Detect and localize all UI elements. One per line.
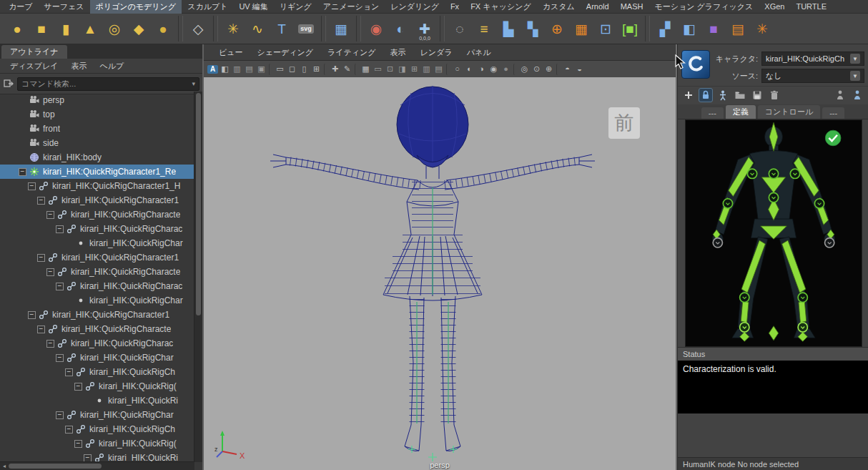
chevron-down-icon[interactable]: ▾ bbox=[192, 80, 195, 87]
viewport-tool-icon[interactable] bbox=[556, 64, 560, 75]
viewport-menu-item[interactable]: 表示 bbox=[384, 46, 413, 59]
menu-item[interactable]: カスタム bbox=[537, 0, 581, 14]
outliner-item[interactable]: − kirari_HIK:QuickRigCharacte bbox=[0, 265, 194, 279]
zero-origin-icon[interactable]: ✚ 0,0,0 bbox=[413, 16, 436, 41]
expand-toggle-icon[interactable]: − bbox=[19, 168, 26, 176]
gate-mask-icon[interactable]: ◨ bbox=[396, 63, 408, 76]
expand-toggle-icon[interactable]: − bbox=[28, 311, 36, 319]
expand-toggle-icon[interactable]: − bbox=[28, 182, 36, 190]
expand-toggle-icon[interactable]: − bbox=[19, 139, 26, 147]
delete-character-icon[interactable] bbox=[768, 89, 781, 102]
expand-toggle-icon[interactable]: − bbox=[74, 383, 82, 391]
shadow-icon[interactable]: ● bbox=[500, 63, 512, 76]
viewport-tool-icon[interactable] bbox=[446, 64, 450, 75]
outliner-item[interactable]: − kirari_HIK:QuickRigCharac bbox=[0, 222, 194, 236]
joint-button-foot-right[interactable] bbox=[798, 323, 807, 332]
outliner-item[interactable]: − kirari_HIK:QuickRigCh bbox=[0, 365, 194, 379]
outliner-item[interactable]: − kirari_HIK:QuickRi bbox=[0, 451, 194, 462]
outliner-item[interactable]: − kirari_HIK:QuickRigCharacte bbox=[0, 207, 194, 222]
outliner-item[interactable]: − kirari_HIK:QuickRigChar bbox=[0, 351, 194, 365]
definition-body-map[interactable] bbox=[685, 119, 862, 347]
safe-action-icon[interactable]: ▥ bbox=[420, 63, 433, 76]
mirror-icon[interactable]: ◧ bbox=[678, 16, 701, 41]
platonic-solid-icon[interactable]: ◇ bbox=[187, 16, 209, 41]
bracket-frame-icon[interactable]: [■] bbox=[618, 16, 641, 41]
outliner-item[interactable]: − kirari_HIK:body bbox=[0, 150, 194, 165]
bookmark-icon[interactable]: ▯ bbox=[298, 63, 310, 76]
boolean-icon[interactable]: ⊕ bbox=[546, 16, 568, 41]
joint-button-chest[interactable] bbox=[769, 169, 778, 178]
expand-toggle-icon[interactable]: − bbox=[19, 97, 26, 104]
expand-toggle-icon[interactable]: − bbox=[84, 397, 92, 405]
joint-button-elbow-right[interactable] bbox=[814, 199, 824, 208]
joint-button-knee-left[interactable] bbox=[740, 293, 749, 302]
menu-item[interactable]: カーブ bbox=[3, 0, 39, 14]
scrollbar-thumb[interactable] bbox=[196, 93, 201, 315]
menu-item[interactable]: レンダリング bbox=[385, 0, 445, 14]
outliner-item[interactable]: − kirari_HIK:QuickRigCharacter1 bbox=[0, 250, 194, 265]
expand-toggle-icon[interactable]: − bbox=[19, 125, 26, 133]
expand-toggle-icon[interactable]: − bbox=[56, 225, 64, 233]
menu-item[interactable]: MASH bbox=[615, 1, 649, 12]
menu-item[interactable]: スカルプト bbox=[182, 0, 233, 14]
character-dropdown[interactable]: kirari_HIK:QuickRigCh ▼ bbox=[761, 52, 864, 66]
menu-item[interactable]: Fx bbox=[445, 1, 465, 12]
shelf-icon[interactable] bbox=[321, 16, 326, 41]
expand-toggle-icon[interactable]: − bbox=[56, 283, 64, 290]
save-skeleton-icon[interactable] bbox=[751, 89, 764, 102]
viewport-menu-item[interactable]: パネル bbox=[460, 46, 498, 59]
expand-toggle-icon[interactable]: − bbox=[65, 240, 73, 248]
cube-export-icon[interactable]: ⊡ bbox=[594, 16, 617, 41]
shaded-box-icon[interactable]: ◧ bbox=[219, 63, 231, 76]
joint-button-hand-left[interactable] bbox=[713, 238, 722, 248]
joint-xray-icon[interactable]: ⊕ bbox=[543, 63, 555, 76]
snap-target-icon[interactable]: ◉ bbox=[365, 16, 388, 41]
shelf-icon[interactable] bbox=[178, 16, 183, 41]
menu-item[interactable]: モーション グラフィックス bbox=[648, 0, 759, 14]
field-chart-icon[interactable]: ⊞ bbox=[408, 63, 420, 76]
chevron-down-icon[interactable]: ▼ bbox=[850, 54, 860, 64]
expand-toggle-icon[interactable]: − bbox=[46, 268, 54, 276]
shelf-icon[interactable] bbox=[440, 16, 445, 41]
viewport-menu-item[interactable]: ライティング bbox=[321, 46, 383, 59]
joint-button-foot-left[interactable] bbox=[740, 323, 749, 332]
safe-title-icon[interactable]: ▤ bbox=[433, 63, 445, 76]
xray-icon[interactable]: ⊙ bbox=[531, 63, 543, 76]
menu-item[interactable]: TURTLE bbox=[790, 1, 832, 12]
pan-zoom-icon[interactable]: ✚ bbox=[329, 63, 341, 76]
exposure-icon[interactable]: ◓ bbox=[561, 63, 573, 76]
expand-toggle-icon[interactable]: − bbox=[19, 111, 26, 119]
gradient-box-icon[interactable]: ▥ bbox=[231, 63, 243, 76]
textured-sphere-icon[interactable]: ◑ bbox=[475, 63, 488, 76]
outliner-item[interactable]: − side bbox=[0, 136, 194, 150]
character-tab[interactable]: --- bbox=[822, 107, 844, 119]
character-a-icon[interactable] bbox=[834, 89, 847, 102]
outliner-item[interactable]: − kirari_HIK:QuickRigCharacter1 bbox=[0, 308, 194, 322]
outliner-item[interactable]: − kirari_HIK:QuickRigCharacter1_H bbox=[0, 179, 194, 193]
grease-pencil-icon[interactable]: ✎ bbox=[341, 63, 353, 76]
outliner-title-tab[interactable]: アウトライナ bbox=[1, 45, 67, 59]
add-character-icon[interactable] bbox=[682, 89, 695, 102]
type-tool-icon[interactable]: T bbox=[270, 16, 293, 41]
poly-cone-icon[interactable]: ▲ bbox=[79, 16, 102, 41]
poly-sphere-icon[interactable]: ● bbox=[6, 16, 29, 41]
film-gate-icon[interactable]: ▭ bbox=[372, 63, 384, 76]
viewport-menu-item[interactable]: ビュー bbox=[212, 46, 250, 59]
joint-button-elbow-left[interactable] bbox=[723, 199, 732, 208]
skeleton-icon[interactable] bbox=[716, 89, 729, 102]
expand-toggle-icon[interactable]: − bbox=[74, 440, 82, 448]
texture-box-icon[interactable]: ▤ bbox=[243, 63, 255, 76]
menu-item[interactable]: FX キャッシング bbox=[465, 0, 537, 14]
character-b-icon[interactable] bbox=[851, 89, 864, 102]
expand-toggle-icon[interactable]: − bbox=[65, 426, 73, 434]
scroll-left-icon[interactable]: ◂ bbox=[0, 463, 9, 469]
expand-toggle-icon[interactable]: − bbox=[37, 254, 45, 262]
grid-table-icon[interactable]: ▦ bbox=[330, 16, 352, 41]
expand-toggle-icon[interactable]: − bbox=[46, 211, 54, 219]
outliner-horizontal-scrollbar[interactable]: ◂ bbox=[0, 461, 194, 470]
expand-toggle-icon[interactable]: − bbox=[84, 454, 92, 462]
outliner-item[interactable]: − kirari_HIK:QuickRigChar bbox=[0, 236, 194, 250]
outliner-filter-icon[interactable] bbox=[3, 78, 14, 89]
load-skeleton-icon[interactable] bbox=[734, 89, 746, 102]
outliner-menu-item[interactable]: ディスプレイ bbox=[4, 60, 64, 72]
